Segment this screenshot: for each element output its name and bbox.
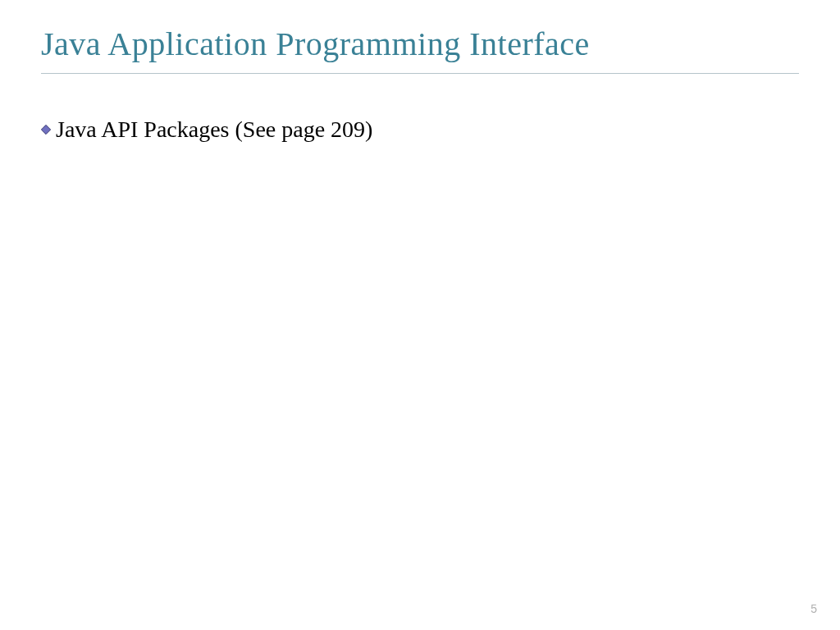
svg-rect-0	[41, 125, 50, 134]
slide-content: Java API Packages (See page 209)	[41, 115, 799, 144]
bullet-text: Java API Packages (See page 209)	[56, 115, 372, 144]
slide-title: Java Application Programming Interface	[41, 25, 799, 63]
slide-container: Java Application Programming Interface J…	[0, 0, 840, 630]
bullet-item: Java API Packages (See page 209)	[41, 115, 799, 144]
title-underline	[41, 73, 799, 74]
page-number: 5	[810, 602, 817, 615]
diamond-bullet-icon	[41, 123, 51, 138]
